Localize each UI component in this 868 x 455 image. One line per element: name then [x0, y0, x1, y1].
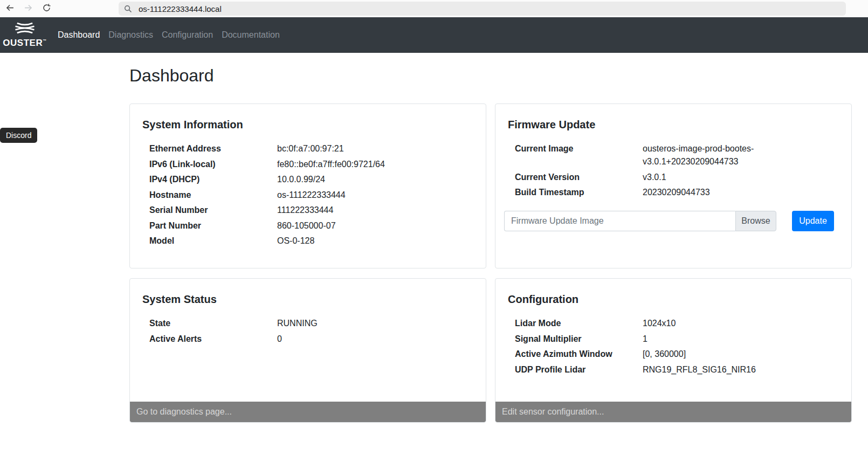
card-system-information: System Information Ethernet Address bc:0…	[129, 104, 486, 268]
row-label: UDP Profile Lidar	[515, 363, 643, 376]
info-row: Lidar Mode 1024x10	[515, 317, 841, 330]
ouster-brand[interactable]: OUSTER™	[4, 22, 45, 48]
browser-forward-button[interactable]	[20, 1, 36, 16]
discord-tab[interactable]: Discord	[0, 128, 37, 143]
page-title: Dashboard	[129, 66, 852, 86]
info-row: Current Image ousteros-image-prod-bootes…	[515, 142, 841, 168]
info-row: State RUNNING	[149, 317, 475, 330]
info-row: Active Azimuth Window [0, 360000]	[515, 348, 841, 361]
info-row: IPv4 (DHCP) 10.0.0.99/24	[149, 173, 475, 186]
system-information-rows: Ethernet Address bc:0f:a7:00:97:21 IPv6 …	[149, 142, 475, 247]
dashboard-cards: System Information Ethernet Address bc:0…	[129, 104, 852, 423]
row-value: [0, 360000]	[643, 348, 810, 361]
row-value: bc:0f:a7:00:97:21	[277, 142, 444, 155]
system-status-rows: State RUNNING Active Alerts 0	[149, 317, 475, 346]
row-label: Part Number	[149, 219, 277, 232]
firmware-file-input-group: Browse	[504, 211, 776, 231]
row-value: fe80::be0f:a7ff:fe00:9721/64	[277, 158, 444, 171]
card-title: Configuration	[508, 293, 841, 306]
row-value: v3.0.1	[643, 171, 810, 184]
row-label: State	[149, 317, 277, 330]
card-title: Firmware Update	[508, 119, 841, 131]
row-label: Active Alerts	[149, 333, 277, 346]
trademark-symbol: ™	[43, 39, 47, 43]
main-content: Dashboard System Information Ethernet Ad…	[129, 66, 852, 423]
back-arrow-icon	[5, 3, 15, 14]
row-value: RNG19_RFL8_SIG16_NIR16	[643, 363, 810, 376]
nav-item-diagnostics[interactable]: Diagnostics	[104, 26, 157, 44]
info-row: IPv6 (Link-local) fe80::be0f:a7ff:fe00:9…	[149, 158, 475, 171]
row-value: 0	[277, 333, 444, 346]
edit-configuration-link[interactable]: Edit sensor configuration...	[495, 402, 851, 422]
nav-item-configuration[interactable]: Configuration	[157, 26, 217, 44]
card-title: System Information	[142, 119, 475, 131]
row-value: ousteros-image-prod-bootes-v3.0.1+202302…	[643, 142, 810, 168]
row-value: RUNNING	[277, 317, 444, 330]
info-row: UDP Profile Lidar RNG19_RFL8_SIG16_NIR16	[515, 363, 841, 376]
info-row: Current Version v3.0.1	[515, 171, 841, 184]
row-label: Build Timestamp	[515, 186, 643, 199]
info-row: Build Timestamp 20230209044733	[515, 186, 841, 199]
reload-icon	[42, 3, 51, 14]
info-row: Part Number 860-105000-07	[149, 219, 475, 232]
diagnostics-page-link[interactable]: Go to diagnostics page...	[130, 402, 486, 422]
browser-back-button[interactable]	[2, 1, 17, 16]
configuration-rows: Lidar Mode 1024x10 Signal Multiplier 1 A…	[515, 317, 841, 376]
row-label: Serial Number	[149, 204, 277, 217]
browse-button[interactable]: Browse	[735, 211, 776, 231]
info-row: Serial Number 111222333444	[149, 204, 475, 217]
row-value: 1	[643, 333, 810, 346]
firmware-update-rows: Current Image ousteros-image-prod-bootes…	[515, 142, 841, 199]
info-row: Hostname os-111222333444	[149, 189, 475, 202]
row-label: Signal Multiplier	[515, 333, 643, 346]
url-text: os-111222333444.local	[139, 4, 222, 13]
row-label: Hostname	[149, 189, 277, 202]
card-configuration: Configuration Lidar Mode 1024x10 Signal …	[495, 278, 852, 423]
row-value: 1024x10	[643, 317, 810, 330]
info-row: Ethernet Address bc:0f:a7:00:97:21	[149, 142, 475, 155]
browser-toolbar: os-111222333444.local	[0, 0, 868, 17]
row-value: 111222333444	[277, 204, 444, 217]
row-value: os-111222333444	[277, 189, 444, 202]
row-label: Current Version	[515, 171, 643, 184]
row-value: 860-105000-07	[277, 219, 444, 232]
nav-item-documentation[interactable]: Documentation	[217, 26, 284, 44]
row-label: Lidar Mode	[515, 317, 643, 330]
row-label: IPv6 (Link-local)	[149, 158, 277, 171]
firmware-upload-controls: Browse Update	[504, 211, 841, 231]
row-label: Current Image	[515, 142, 643, 168]
row-label: Model	[149, 235, 277, 247]
row-value: 20230209044733	[643, 186, 810, 199]
update-button[interactable]: Update	[792, 211, 834, 231]
firmware-file-input[interactable]	[504, 211, 735, 231]
info-row: Model OS-0-128	[149, 235, 475, 247]
search-icon	[124, 5, 132, 13]
row-label: Ethernet Address	[149, 142, 277, 155]
row-value: 10.0.0.99/24	[277, 173, 444, 186]
card-title: System Status	[142, 293, 475, 306]
forward-arrow-icon	[24, 3, 33, 14]
info-row: Active Alerts 0	[149, 333, 475, 346]
row-value: OS-0-128	[277, 235, 444, 247]
nav-item-dashboard[interactable]: Dashboard	[53, 26, 104, 44]
info-row: Signal Multiplier 1	[515, 333, 841, 346]
card-firmware-update: Firmware Update Current Image ousteros-i…	[495, 104, 852, 268]
browser-reload-button[interactable]	[39, 1, 54, 16]
address-bar[interactable]: os-111222333444.local	[119, 2, 846, 16]
row-label: Active Azimuth Window	[515, 348, 643, 361]
card-system-status: System Status State RUNNING Active Alert…	[129, 278, 486, 423]
row-label: IPv4 (DHCP)	[149, 173, 277, 186]
ouster-logo-icon	[13, 22, 37, 36]
nav-links: Dashboard Diagnostics Configuration Docu…	[53, 26, 284, 44]
top-navbar: OUSTER™ Dashboard Diagnostics Configurat…	[0, 17, 868, 53]
brand-label: OUSTER™	[3, 36, 46, 48]
